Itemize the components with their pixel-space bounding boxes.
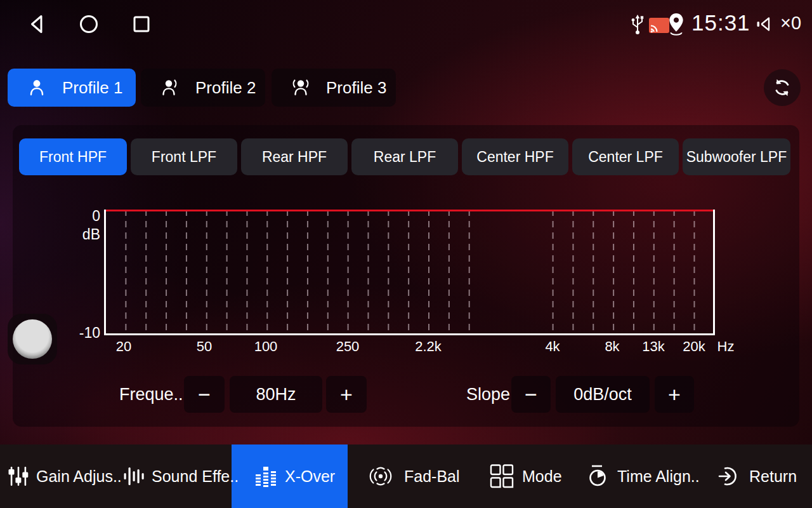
floating-knob-button[interactable] <box>8 314 57 364</box>
x-tick-label: 2.2k <box>415 338 442 355</box>
nav-fad-bal[interactable]: Fad-Bal <box>364 444 460 508</box>
refresh-button[interactable] <box>764 69 801 106</box>
filter-tab-label: Front LPF <box>152 149 216 166</box>
filter-tab-rear-lpf[interactable]: Rear LPF <box>351 138 458 175</box>
nav-mode[interactable]: Mode <box>488 444 562 508</box>
x-tick-label: 13k <box>642 338 664 355</box>
frequency-minus-button[interactable]: − <box>184 376 225 413</box>
head-unit-screen: 15:31 ×0 Profile 1 Profile 2 Profile 3 <box>0 0 812 508</box>
nav-label: Gain Adjus.. <box>36 467 122 486</box>
nav-x-over[interactable]: X-Over <box>254 444 335 508</box>
gain-sliders-icon <box>8 466 29 486</box>
minus-icon: − <box>198 384 211 405</box>
knob-icon <box>13 319 52 359</box>
x-tick-label: Hz <box>717 338 735 355</box>
filter-tab-subwoofer-lpf[interactable]: Subwoofer LPF <box>683 138 790 175</box>
plus-icon: + <box>668 384 681 405</box>
filter-tab-label: Rear HPF <box>262 149 327 166</box>
x-tick-label: 50 <box>197 338 212 355</box>
bottom-nav-bar: Gain Adjus.. Sound Effe.. <box>0 444 812 508</box>
filter-tab-rear-hpf[interactable]: Rear HPF <box>241 138 348 175</box>
mode-grid-icon <box>488 464 515 489</box>
x-tick-label: 20 <box>116 338 131 355</box>
x-tick-label: 8k <box>605 338 619 355</box>
profile-tab-2[interactable]: Profile 2 <box>141 69 265 107</box>
filter-tab-label: Front HPF <box>39 149 107 166</box>
nav-label: Fad-Bal <box>404 467 460 486</box>
recents-icon[interactable] <box>130 13 153 36</box>
profile-tab-3[interactable]: Profile 3 <box>272 69 396 107</box>
volume-mute-icon <box>756 15 771 33</box>
usb-icon <box>629 13 646 36</box>
filter-tab-center-lpf[interactable]: Center LPF <box>572 138 679 175</box>
nav-return[interactable]: Return <box>717 444 797 508</box>
filter-tab-label: Center LPF <box>588 149 663 166</box>
nav-time-align[interactable]: Time Align.. <box>585 444 700 508</box>
x-tick-label: 250 <box>336 338 360 355</box>
x-tick-label: 4k <box>545 338 560 355</box>
nav-label: Return <box>749 467 797 486</box>
frequency-plus-button[interactable]: + <box>326 376 367 413</box>
slope-value: 0dB/oct <box>556 376 650 413</box>
profile-tab-1[interactable]: Profile 1 <box>8 69 136 107</box>
crossover-response-plot <box>104 210 715 335</box>
nav-label: Time Align.. <box>617 467 700 486</box>
x-axis-ticks: 20501002502.2k4k8k13k20kHz <box>104 338 770 358</box>
minus-icon: − <box>525 384 537 405</box>
x-tick-label: 20k <box>683 338 705 355</box>
frequency-value: 80Hz <box>230 376 322 413</box>
x-tick-label: 100 <box>254 338 278 355</box>
filter-tab-label: Center HPF <box>476 149 553 166</box>
volume-mute-count: ×0 <box>780 13 801 34</box>
gridlines-layer <box>106 210 713 331</box>
location-icon <box>666 11 686 37</box>
nav-label: X-Over <box>285 467 335 486</box>
nav-label: Sound Effe.. <box>152 467 239 486</box>
return-arrow-icon <box>717 464 742 488</box>
slope-minus-button[interactable]: − <box>511 376 551 413</box>
response-curve <box>106 210 713 211</box>
filter-tab-label: Subwoofer LPF <box>686 149 787 166</box>
filter-tab-front-lpf[interactable]: Front LPF <box>131 138 237 175</box>
y-axis-unit-label: dB <box>75 226 100 243</box>
fader-balance-icon <box>364 462 397 490</box>
y-tick-label: 0 <box>79 208 100 225</box>
filter-tab-center-hpf[interactable]: Center HPF <box>462 138 568 175</box>
profile-tab-label: Profile 1 <box>62 78 122 98</box>
user-sound-both-icon <box>289 76 312 99</box>
filter-tab-label: Rear LPF <box>374 149 436 166</box>
slope-label: Slope <box>466 376 510 413</box>
slope-plus-button[interactable]: + <box>655 376 694 413</box>
sync-icon <box>771 77 793 98</box>
clock: 15:31 <box>691 10 750 36</box>
filter-tab-front-hpf[interactable]: Front HPF <box>19 138 127 175</box>
y-tick-label: -10 <box>70 324 100 342</box>
profile-tab-label: Profile 2 <box>195 78 256 98</box>
nav-sound-effect[interactable]: Sound Effe.. <box>123 444 239 508</box>
user-icon <box>25 76 48 99</box>
profile-tab-label: Profile 3 <box>326 78 386 98</box>
frequency-label: Freque.. <box>119 376 183 413</box>
user-sound-icon <box>159 76 181 99</box>
nav-label: Mode <box>522 467 562 486</box>
nav-gain-adjust[interactable]: Gain Adjus.. <box>8 444 122 508</box>
home-icon[interactable] <box>77 13 100 36</box>
plus-icon: + <box>340 384 353 405</box>
sound-wave-icon <box>123 465 145 487</box>
equalizer-bars-icon <box>254 465 278 487</box>
back-icon[interactable] <box>25 13 48 36</box>
timer-icon <box>585 464 610 489</box>
